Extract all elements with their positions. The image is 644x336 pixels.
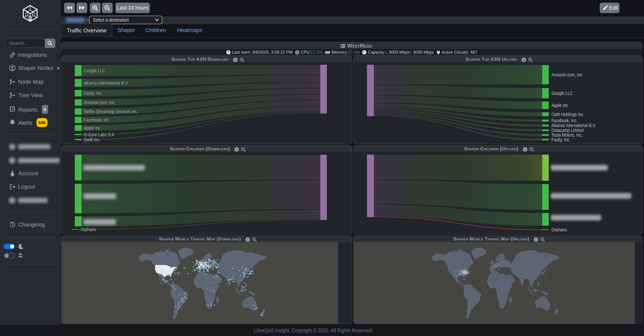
svg-text:Qwilt Inc.: Qwilt Inc. bbox=[84, 137, 100, 142]
svg-text:Amazon.com, Inc.: Amazon.com, Inc. bbox=[84, 100, 116, 105]
svg-text:Akamai International B.V.: Akamai International B.V. bbox=[84, 80, 128, 86]
svg-text:Orphans: Orphans bbox=[552, 227, 567, 232]
svg-text:Apple Inc.: Apple Inc. bbox=[552, 102, 569, 108]
svg-text:Facebook, Inc.: Facebook, Inc. bbox=[552, 118, 578, 123]
svg-text:Amazon.com, Inc.: Amazon.com, Inc. bbox=[552, 72, 583, 78]
svg-text:G-Core Labs S.A.: G-Core Labs S.A. bbox=[84, 132, 116, 137]
svg-text:Akamai International B.V.: Akamai International B.V. bbox=[552, 123, 596, 128]
svg-text:Google LLC: Google LLC bbox=[84, 68, 105, 73]
svg-text:Fastly, Inc.: Fastly, Inc. bbox=[552, 137, 570, 142]
svg-text:Facebook, Inc.: Facebook, Inc. bbox=[84, 117, 110, 122]
svg-text:Google LLC: Google LLC bbox=[552, 90, 573, 96]
svg-text:Netflix Streaming Services Inc: Netflix Streaming Services Inc. bbox=[84, 109, 138, 114]
svg-text:Orphans: Orphans bbox=[81, 227, 96, 232]
svg-text:Fastly, Inc.: Fastly, Inc. bbox=[84, 90, 103, 96]
svg-text:Apple Inc.: Apple Inc. bbox=[84, 125, 102, 130]
svg-text:Oath Holdings Inc.: Oath Holdings Inc. bbox=[552, 112, 584, 117]
